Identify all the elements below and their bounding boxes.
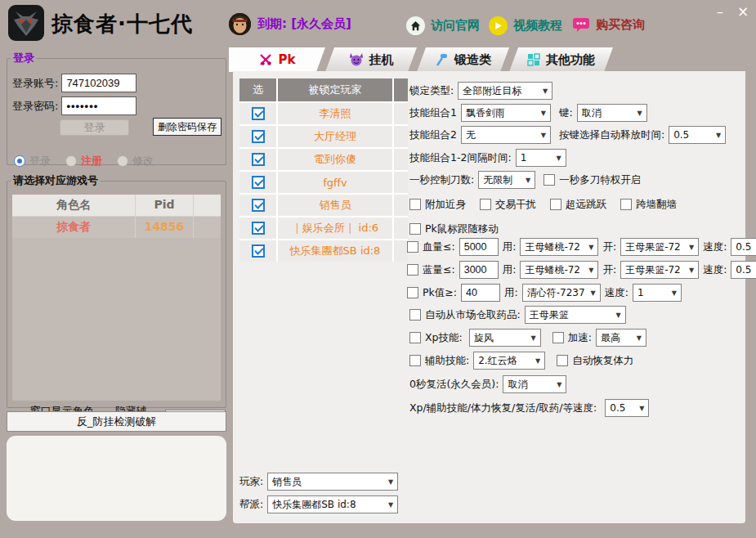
app-logo — [8, 5, 44, 41]
melee-checkbox[interactable] — [409, 199, 421, 210]
tab-afk[interactable]: 挂机 — [325, 47, 417, 72]
trade-interfere-checkbox[interactable] — [480, 199, 491, 210]
player-row-name[interactable]: 電到你傻 — [278, 149, 392, 170]
radio-modify[interactable] — [117, 155, 128, 167]
lock-type-label: 锁定类型: — [409, 84, 454, 98]
app-title: 掠食者·十七代 — [51, 10, 193, 38]
multi-knife-checkbox[interactable] — [544, 174, 555, 186]
chevron-down-icon: ▼ — [689, 267, 694, 274]
market-fetch-checkbox[interactable] — [409, 309, 421, 321]
player-row-checkbox[interactable] — [239, 240, 276, 262]
auto-stamina-label: 自动恢复体力 — [572, 354, 633, 368]
player-row-name[interactable]: ｜娱乐会所｜ id:6 — [278, 217, 392, 239]
mp-use-label: 用: — [503, 263, 517, 277]
chevron-down-icon: ▼ — [637, 334, 642, 342]
mp-open-dropdown[interactable]: 王母果篮-72▼ — [620, 261, 699, 279]
account-row-name[interactable]: 掠食者 — [12, 217, 135, 238]
chevron-down-icon: ▼ — [637, 110, 642, 117]
trade-interfere-label: 交易干扰 — [495, 198, 536, 212]
delete-saved-password-button[interactable]: 删除密码保存 — [153, 118, 221, 136]
hp-speed-dropdown[interactable]: 0.5▼ — [731, 238, 756, 256]
minimize-button[interactable]: – — [712, 5, 728, 21]
auto-release-dropdown[interactable]: 0.5▼ — [669, 126, 726, 144]
login-button[interactable]: 登录 — [60, 119, 129, 136]
tab-other[interactable]: 其他功能 — [509, 47, 613, 72]
close-button[interactable]: × — [735, 3, 751, 20]
player-row-name[interactable]: 快乐集團都SB id:8 — [278, 240, 392, 262]
player-row-checkbox[interactable] — [239, 126, 276, 147]
membership-expiry: 到期: [永久会员] — [257, 16, 351, 32]
lock-type-dropdown[interactable]: 全部附近目标▼ — [458, 82, 552, 100]
gang-select-dropdown[interactable]: 快乐集團都SB id:8▼ — [267, 495, 398, 513]
hp-use-dropdown[interactable]: 王母蟠桃-72▼ — [520, 238, 598, 256]
zero-revive-dropdown[interactable]: 取消▼ — [503, 375, 566, 393]
combo2-dropdown[interactable]: 无▼ — [461, 126, 551, 144]
player-row-checkbox[interactable] — [239, 149, 276, 170]
password-input[interactable] — [61, 96, 136, 115]
pkvalue-use-dropdown[interactable]: 清心符-7237▼ — [522, 284, 601, 302]
pkvalue-speed-dropdown[interactable]: 1▼ — [633, 284, 682, 302]
mp-checkbox[interactable] — [407, 264, 418, 276]
player-row-name[interactable]: fgffv — [278, 172, 392, 193]
account-input[interactable] — [61, 74, 136, 92]
chevron-down-icon: ▼ — [672, 289, 677, 297]
speedup-dropdown[interactable]: 最高▼ — [596, 329, 646, 347]
market-fetch-label: 自动从市场仓取药品: — [425, 308, 521, 322]
player-row-name[interactable]: 李清照 — [278, 103, 392, 124]
radio-modify-label: 修改 — [132, 154, 154, 168]
tab-forge-label: 锻造类 — [454, 52, 491, 68]
hp-threshold-input[interactable] — [459, 238, 499, 256]
anti-detect-button[interactable]: 反_防挂检测破解 — [7, 411, 226, 432]
radio-register[interactable] — [65, 155, 77, 167]
column-header-players: 被锁定玩家 — [278, 78, 392, 101]
hp-open-dropdown[interactable]: 王母果篮-72▼ — [620, 238, 699, 256]
combo1-dropdown[interactable]: 飘香剑雨▼ — [461, 104, 551, 122]
mp-open-label: 开: — [602, 263, 616, 277]
key-label: 键: — [559, 106, 573, 120]
auto-stamina-checkbox[interactable] — [557, 355, 568, 366]
market-fetch-dropdown[interactable]: 王母果篮▼ — [525, 306, 626, 324]
player-row-checkbox[interactable] — [239, 172, 276, 193]
player-select-label: 玩家: — [239, 475, 263, 489]
purchase-contact-label: 购买咨询 — [596, 17, 645, 33]
assist-skill-dropdown[interactable]: 2.红云烙▼ — [473, 352, 545, 370]
purchase-contact-link[interactable]: 购买咨询 — [572, 16, 645, 33]
login-group-title: 登录 — [11, 51, 37, 65]
mp-speed-dropdown[interactable]: 0.5▼ — [731, 261, 756, 279]
account-row-extra — [194, 217, 221, 238]
pkvalue-threshold-input[interactable] — [461, 284, 500, 302]
locked-players-table: 选 被锁定玩家 李清照 大厅经理 電到你傻 fgffv 销售员 — [239, 78, 408, 262]
video-tutorial-link[interactable]: 视频教程 — [489, 16, 562, 35]
chevron-down-icon: ▼ — [531, 334, 536, 342]
radio-login[interactable] — [14, 155, 25, 167]
assist-skill-checkbox[interactable] — [409, 355, 421, 366]
player-row-checkbox[interactable] — [239, 103, 276, 124]
game-account-group: 请选择对应游戏号 角色名 Pid 掠食者 14856 窗口显示角色名 隐藏辅助:… — [7, 173, 226, 408]
combo-interval-dropdown[interactable]: 1▼ — [516, 149, 566, 167]
wall-climb-checkbox[interactable] — [620, 199, 632, 210]
far-jump-checkbox[interactable] — [550, 199, 561, 210]
tab-forge[interactable]: 锻造类 — [417, 47, 509, 72]
pkvalue-use-label: 用: — [504, 286, 518, 300]
pkvalue-checkbox[interactable] — [407, 287, 418, 298]
player-row-name[interactable]: 销售员 — [278, 195, 392, 216]
xp-skill-dropdown[interactable]: 旋风▼ — [469, 329, 541, 347]
visit-website-link[interactable]: 访问官网 — [406, 16, 480, 35]
player-row-checkbox[interactable] — [239, 217, 276, 239]
key-dropdown[interactable]: 取消▼ — [577, 104, 647, 122]
xp-skill-checkbox[interactable] — [409, 332, 421, 343]
hp-checkbox[interactable] — [407, 241, 418, 253]
home-icon — [406, 16, 425, 35]
wall-climb-label: 跨墙翻墙 — [636, 198, 677, 212]
account-row-pid[interactable]: 14856 — [136, 217, 193, 238]
player-row-name[interactable]: 大厅经理 — [278, 126, 392, 147]
mouse-follow-checkbox[interactable] — [409, 223, 421, 235]
speedup-checkbox[interactable] — [552, 332, 564, 343]
knives-per-sec-dropdown[interactable]: 无限制▼ — [478, 171, 535, 189]
tab-pk[interactable]: Pk — [229, 47, 325, 72]
player-row-checkbox[interactable] — [239, 195, 276, 216]
player-select-dropdown[interactable]: 销售员▼ — [267, 473, 398, 491]
global-speed-dropdown[interactable]: 0.5▼ — [605, 399, 649, 417]
mp-use-dropdown[interactable]: 王母蟠桃-72▼ — [520, 261, 598, 279]
mp-threshold-input[interactable] — [459, 261, 499, 279]
